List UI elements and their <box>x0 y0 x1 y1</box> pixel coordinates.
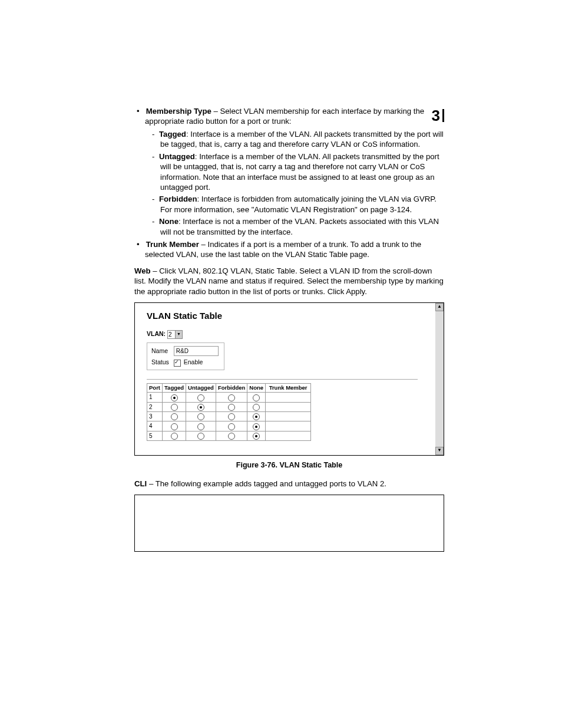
radio-cell <box>163 411 186 421</box>
sub-bullet: Untagged: Interface is a member of the V… <box>160 151 444 193</box>
radio-cell <box>247 421 266 431</box>
vlan-select[interactable]: 2 ▼ <box>167 330 183 339</box>
radio-tagged[interactable] <box>171 394 178 401</box>
web-lead: Web <box>134 266 151 275</box>
sub-bullet: Tagged: Interface is a member of the VLA… <box>160 129 444 150</box>
chevron-down-icon[interactable]: ▼ <box>175 331 182 338</box>
radio-cell <box>216 431 247 440</box>
figure-scrollbar[interactable]: ▲ ▼ <box>435 303 444 455</box>
scroll-up-icon[interactable]: ▲ <box>435 303 444 311</box>
port-cell: 2 <box>147 402 163 411</box>
vlan-select-value: 2 <box>168 331 172 338</box>
name-label: Name <box>150 345 171 357</box>
radio-tagged[interactable] <box>171 423 178 430</box>
radio-untagged[interactable] <box>197 404 204 411</box>
sub-bullet: Forbidden: Interface is forbidden from a… <box>160 194 444 215</box>
radio-none[interactable] <box>253 413 260 420</box>
sub-bullet-desc: : Interface is a member of the VLAN. All… <box>160 130 444 149</box>
radio-tagged[interactable] <box>171 404 178 411</box>
radio-none[interactable] <box>253 394 260 401</box>
figure-title: VLAN Static Table <box>147 310 437 322</box>
radio-forbidden[interactable] <box>228 394 235 401</box>
port-cell: 1 <box>147 393 163 402</box>
table-row: 3 <box>147 411 311 421</box>
table-header: None <box>247 383 266 393</box>
sub-bullet-term: None <box>159 217 178 226</box>
cli-rest: – The following example adds tagged and … <box>147 479 386 488</box>
trunk-member-cell <box>266 393 311 402</box>
table-row: 4 <box>147 421 311 431</box>
radio-cell <box>186 431 216 440</box>
radio-cell <box>186 393 216 402</box>
vlan-label: VLAN: <box>147 330 166 337</box>
radio-cell <box>216 421 247 431</box>
table-header: Untagged <box>186 383 216 393</box>
radio-cell <box>247 393 266 402</box>
sub-bullet-term: Forbidden <box>159 195 197 203</box>
table-header: Port <box>147 383 163 393</box>
radio-cell <box>186 421 216 431</box>
radio-cell <box>186 402 216 411</box>
radio-none[interactable] <box>253 404 260 411</box>
term-membership-type: Membership Type <box>146 107 211 116</box>
cli-paragraph: CLI – The following example adds tagged … <box>134 479 444 489</box>
name-input[interactable]: R&D <box>174 346 219 356</box>
body-text: Membership Type – Select VLAN membership… <box>134 106 444 552</box>
trunk-member-cell <box>266 411 311 421</box>
radio-cell <box>247 402 266 411</box>
port-cell: 3 <box>147 411 163 421</box>
radio-cell <box>186 411 216 421</box>
sub-bullet-term: Untagged <box>159 152 195 161</box>
radio-tagged[interactable] <box>171 413 178 420</box>
radio-untagged[interactable] <box>197 413 204 420</box>
sub-bullet-desc: : Interface is not a member of the VLAN.… <box>160 217 439 236</box>
table-row: 2 <box>147 402 311 411</box>
scroll-down-icon[interactable]: ▼ <box>435 447 444 455</box>
radio-cell <box>163 421 186 431</box>
radio-cell <box>216 393 247 402</box>
radio-untagged[interactable] <box>197 394 204 401</box>
bullet-trunk-member: Trunk Member – Indicates if a port is a … <box>145 239 444 260</box>
trunk-member-cell <box>266 402 311 411</box>
port-cell: 5 <box>147 431 163 440</box>
radio-tagged[interactable] <box>171 433 178 440</box>
radio-cell <box>163 393 186 402</box>
radio-cell <box>216 402 247 411</box>
radio-cell <box>216 411 247 421</box>
trunk-member-cell <box>266 431 311 440</box>
web-rest: – Click VLAN, 802.1Q VLAN, Static Table.… <box>134 266 444 296</box>
term-trunk-member: Trunk Member <box>146 240 199 249</box>
bullet-membership-type: Membership Type – Select VLAN membership… <box>145 106 444 237</box>
sub-bullet-desc: : Interface is a member of the VLAN. All… <box>160 152 439 192</box>
radio-cell <box>247 431 266 440</box>
status-label: Status <box>150 358 171 367</box>
enable-label: Enable <box>184 358 203 365</box>
cli-lead: CLI <box>134 479 147 488</box>
figure-screenshot: ▲ ▼ VLAN Static Table VLAN: 2 ▼ Name R&D <box>134 302 444 456</box>
status-checkbox[interactable] <box>174 360 181 367</box>
radio-forbidden[interactable] <box>228 404 235 411</box>
web-paragraph: Web – Click VLAN, 802.1Q VLAN, Static Ta… <box>134 266 444 297</box>
table-header: Forbidden <box>216 383 247 393</box>
figure-divider <box>147 379 418 380</box>
port-table: PortTaggedUntaggedForbiddenNoneTrunk Mem… <box>147 383 311 441</box>
port-cell: 4 <box>147 421 163 431</box>
trunk-member-cell <box>266 421 311 431</box>
cli-example-box <box>134 495 444 552</box>
radio-untagged[interactable] <box>197 433 204 440</box>
radio-cell <box>247 411 266 421</box>
chapter-number: 3 <box>432 109 444 122</box>
table-row: 5 <box>147 431 311 440</box>
radio-forbidden[interactable] <box>228 413 235 420</box>
figure-caption: Figure 3-76. VLAN Static Table <box>134 460 444 470</box>
table-header: Trunk Member <box>266 383 311 393</box>
sub-bullet-term: Tagged <box>159 130 186 139</box>
radio-forbidden[interactable] <box>228 423 235 430</box>
radio-none[interactable] <box>253 423 260 430</box>
sub-bullet: None: Interface is not a member of the V… <box>160 216 444 237</box>
radio-forbidden[interactable] <box>228 433 235 440</box>
radio-none[interactable] <box>253 433 260 440</box>
radio-untagged[interactable] <box>197 423 204 430</box>
radio-cell <box>163 402 186 411</box>
table-header: Tagged <box>163 383 186 393</box>
